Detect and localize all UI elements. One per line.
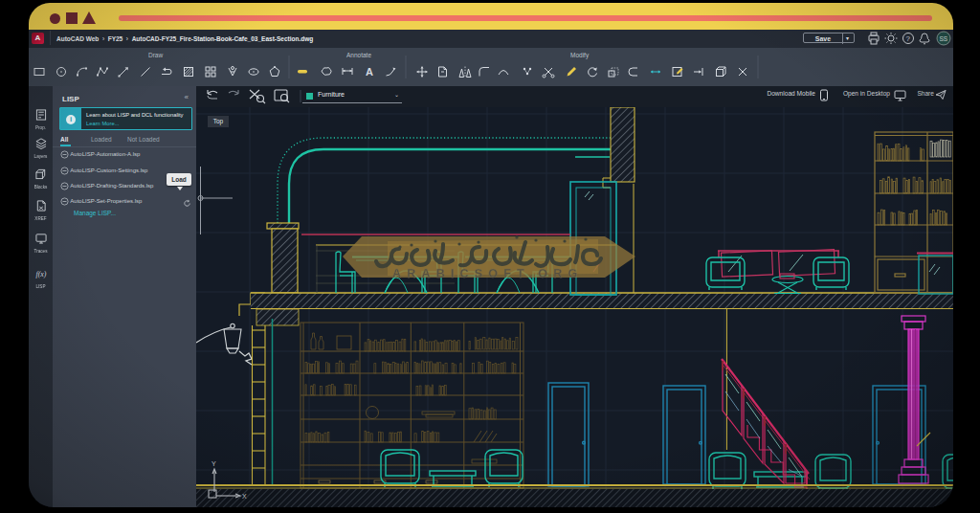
svg-text:SS: SS [940,35,948,42]
svg-text:A: A [366,66,373,78]
svg-text:f(x): f(x) [35,270,46,279]
svg-text:?: ? [906,34,911,43]
svg-text:ARABICSOFT.ORG: ARABICSOFT.ORG [392,267,583,280]
svg-text:Y: Y [212,460,216,467]
svg-text:X: X [242,493,247,500]
